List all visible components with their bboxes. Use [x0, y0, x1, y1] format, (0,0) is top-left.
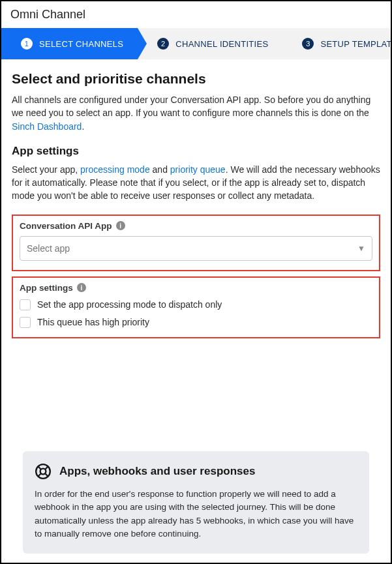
- priority-queue-label: This queue has high priority: [37, 317, 149, 327]
- intro-text-post: .: [82, 121, 84, 132]
- app-settings-group: App settings i Set the app processing mo…: [12, 276, 380, 338]
- app-settings-description: Select your app, processing mode and pri…: [12, 163, 380, 203]
- callout-title: Apps, webhooks and user responses: [59, 465, 255, 478]
- app-settings-label-text: App settings: [20, 283, 73, 293]
- svg-line-2: [38, 466, 41, 469]
- window-title: Omni Channel: [1, 1, 391, 28]
- svg-point-1: [40, 469, 46, 475]
- api-app-group: Conversation API App i Select app ▼: [12, 215, 380, 271]
- desc-pre: Select your app,: [12, 164, 80, 175]
- app-settings-heading: App settings: [12, 145, 380, 158]
- main-content: Select and prioritise channels All chann…: [1, 59, 391, 338]
- callout-header: Apps, webhooks and user responses: [35, 463, 357, 480]
- intro-paragraph: All channels are configured under your C…: [12, 93, 380, 133]
- dispatch-mode-checkbox[interactable]: [20, 299, 31, 310]
- api-app-label: Conversation API App i: [20, 221, 372, 231]
- priority-queue-checkbox[interactable]: [20, 317, 31, 328]
- api-app-placeholder: Select app: [27, 243, 70, 254]
- svg-line-3: [45, 466, 48, 469]
- processing-mode-link[interactable]: processing mode: [80, 164, 150, 175]
- step-label: SELECT CHANNELS: [39, 39, 123, 49]
- step-number: 3: [302, 38, 314, 50]
- page-heading: Select and prioritise channels: [12, 71, 380, 87]
- info-callout: Apps, webhooks and user responses In ord…: [23, 451, 369, 554]
- app-settings-label: App settings i: [20, 283, 372, 293]
- svg-line-5: [45, 473, 48, 477]
- info-icon[interactable]: i: [77, 283, 86, 292]
- desc-mid: and: [150, 164, 170, 175]
- priority-queue-row: This queue has high priority: [20, 317, 372, 328]
- info-icon[interactable]: i: [116, 221, 125, 230]
- priority-queue-link[interactable]: priority queue: [170, 164, 226, 175]
- chevron-down-icon: ▼: [357, 244, 365, 253]
- intro-text-pre: All channels are configured under your C…: [12, 95, 370, 118]
- step-number: 2: [157, 38, 169, 50]
- callout-body: In order for the end user's response to …: [35, 488, 357, 541]
- step-number: 1: [21, 38, 33, 50]
- dispatch-mode-row: Set the app processing mode to dispatch …: [20, 299, 372, 310]
- step-label: CHANNEL IDENTITIES: [175, 39, 268, 49]
- step-label: SETUP TEMPLATES: [320, 39, 391, 49]
- step-select-channels[interactable]: 1 SELECT CHANNELS: [1, 28, 138, 59]
- stepper: 1 SELECT CHANNELS 2 CHANNEL IDENTITIES 3…: [1, 28, 391, 59]
- api-app-select[interactable]: Select app ▼: [20, 236, 372, 261]
- lifebuoy-icon: [35, 463, 52, 480]
- step-channel-identities[interactable]: 2 CHANNEL IDENTITIES: [138, 28, 282, 59]
- step-setup-templates[interactable]: 3 SETUP TEMPLATES: [282, 28, 391, 59]
- svg-line-4: [38, 473, 41, 477]
- sinch-dashboard-link[interactable]: Sinch Dashboard: [12, 121, 82, 132]
- dispatch-mode-label: Set the app processing mode to dispatch …: [37, 299, 222, 310]
- api-app-label-text: Conversation API App: [20, 221, 112, 231]
